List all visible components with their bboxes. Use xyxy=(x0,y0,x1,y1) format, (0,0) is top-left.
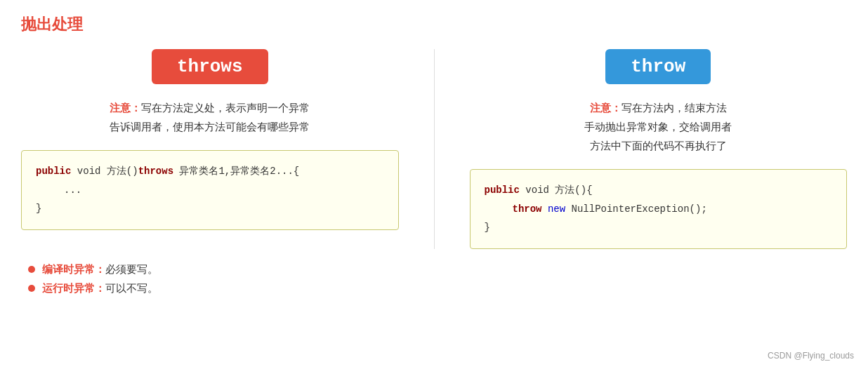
throw-code-block: public void 方法(){ throw new NullPointerE… xyxy=(470,169,848,249)
throw-note-text-2: 手动抛出异常对象，交给调用者 xyxy=(584,121,732,133)
throw-note-line-2: 手动抛出异常对象，交给调用者 xyxy=(477,117,841,136)
throw-code-line-1: public void 方法(){ xyxy=(485,181,833,200)
throw-code-line-2: throw new NullPointerException(); xyxy=(485,200,833,219)
throw-code-public: public xyxy=(485,184,520,196)
bullet-label-compile: 编译时异常： xyxy=(42,263,105,276)
throws-code-line-1: public void 方法()throws 异常类名1,异常类名2...{ xyxy=(36,162,384,181)
throw-code-new-kw: new xyxy=(548,203,565,215)
throws-code-rest: 异常类名1,异常类名2...{ xyxy=(173,166,299,177)
bullet-item-compile: 编译时异常： 必须要写。 xyxy=(28,263,840,276)
throws-badge: throws xyxy=(152,49,268,84)
throw-code-exception: NullPointerException(); xyxy=(572,203,707,215)
page-container: 抛出处理 throws 注意：写在方法定义处，表示声明一个异常 告诉调用者，使用… xyxy=(0,0,868,369)
throws-note-section: 注意：写在方法定义处，表示声明一个异常 告诉调用者，使用本方法可能会有哪些异常 xyxy=(21,98,399,136)
bullet-text-compile: 必须要写。 xyxy=(105,263,158,276)
throw-code-line-3: } xyxy=(485,218,833,237)
throw-note-line-1: 注意：写在方法内，结束方法 xyxy=(477,98,841,117)
bottom-section: 编译时异常： 必须要写。 运行时异常： 可以不写。 xyxy=(21,263,847,295)
throws-code-void-1: void 方法() xyxy=(77,166,138,177)
throw-note-section: 注意：写在方法内，结束方法 手动抛出异常对象，交给调用者 方法中下面的代码不再执… xyxy=(470,98,848,155)
page-title: 抛出处理 xyxy=(21,14,847,35)
throws-code-line-3: } xyxy=(36,199,384,218)
throw-note-text-3: 方法中下面的代码不再执行了 xyxy=(590,140,727,152)
throw-column: throw 注意：写在方法内，结束方法 手动抛出异常对象，交给调用者 方法中下面… xyxy=(470,49,848,249)
throws-note-line-1: 注意：写在方法定义处，表示声明一个异常 xyxy=(28,98,392,117)
bullet-item-runtime: 运行时异常： 可以不写。 xyxy=(28,282,840,295)
watermark: CSDN @Flying_clouds xyxy=(768,351,854,361)
bullet-dot-compile xyxy=(28,266,35,273)
throws-code-block: public void 方法()throws 异常类名1,异常类名2...{ .… xyxy=(21,150,399,230)
throws-note-line-2: 告诉调用者，使用本方法可能会有哪些异常 xyxy=(28,117,392,136)
throw-badge: throw xyxy=(605,49,711,84)
throw-code-void: void 方法(){ xyxy=(525,184,592,196)
throw-note-label: 注意： xyxy=(590,102,622,114)
throw-note-line-3: 方法中下面的代码不再执行了 xyxy=(477,136,841,155)
throw-note-text-1: 写在方法内，结束方法 xyxy=(622,102,727,114)
throws-code-line-2: ... xyxy=(36,181,384,200)
bullet-label-runtime: 运行时异常： xyxy=(42,282,105,295)
throws-column: throws 注意：写在方法定义处，表示声明一个异常 告诉调用者，使用本方法可能… xyxy=(21,49,399,249)
bullet-dot-runtime xyxy=(28,285,35,292)
throws-code-throws-kw: throws xyxy=(138,166,173,177)
throws-note-text-1: 写在方法定义处，表示声明一个异常 xyxy=(141,102,310,114)
column-divider xyxy=(434,49,435,249)
throws-note-label: 注意： xyxy=(110,102,141,114)
throw-code-throw-kw: throw xyxy=(513,203,542,215)
throws-note-text-2: 告诉调用者，使用本方法可能会有哪些异常 xyxy=(110,121,310,133)
two-column-layout: throws 注意：写在方法定义处，表示声明一个异常 告诉调用者，使用本方法可能… xyxy=(21,49,847,249)
throws-code-public: public xyxy=(36,166,71,177)
bullet-text-runtime: 可以不写。 xyxy=(105,282,158,295)
